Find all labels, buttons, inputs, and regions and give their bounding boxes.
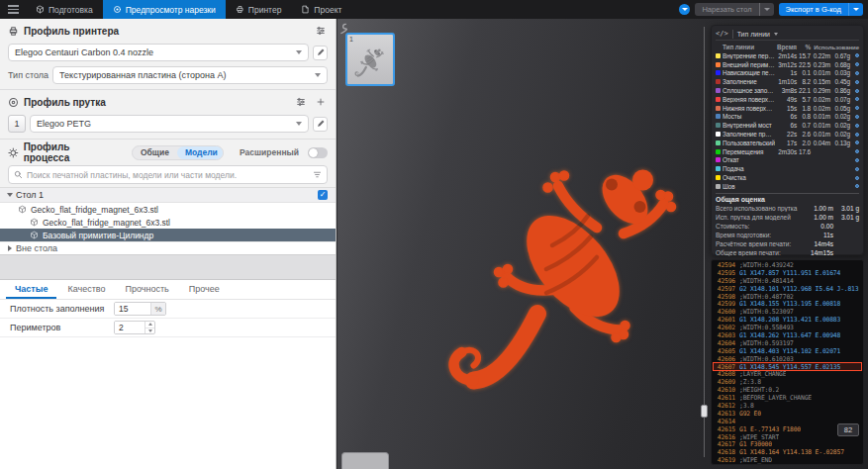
- advanced-toggle[interactable]: [308, 147, 328, 158]
- export-gcode-button[interactable]: Экспорт в G-код: [779, 3, 863, 16]
- gcode-line[interactable]: 42602 ;WIDTH:0.558493: [714, 324, 861, 331]
- visibility-toggle[interactable]: [850, 80, 859, 84]
- visibility-toggle[interactable]: [850, 106, 859, 110]
- line-type-weight: 0.13g: [830, 140, 850, 146]
- gcode-line-number: 42600: [714, 308, 735, 316]
- tree-item-label: Gecko_flat_fridge_magnet_6x3.stl: [43, 218, 170, 228]
- line-type-percent: 5.7: [797, 96, 811, 103]
- plate-checkbox[interactable]: ✓: [318, 190, 328, 200]
- pill-objects[interactable]: Модели: [177, 146, 224, 159]
- infill-density-input[interactable]: [115, 303, 150, 315]
- gcode-line[interactable]: 42595 G1 X147.857 Y111.951 E.01674: [714, 269, 861, 277]
- gcode-line[interactable]: 42596 ;WIDTH:0.481414: [714, 277, 861, 285]
- gcode-line-number: 42611: [714, 394, 735, 402]
- visibility-toggle[interactable]: [850, 176, 859, 180]
- gcode-line[interactable]: 42609 ;Z:3.8: [714, 378, 861, 386]
- printer-select[interactable]: Elegoo Centauri Carbon 0.4 nozzle: [8, 44, 309, 61]
- workflow-dropdown-button[interactable]: [679, 4, 690, 15]
- gcode-line[interactable]: 42618 G1 X148.164 Y114.138 E-.02857: [714, 448, 861, 456]
- gecko-model[interactable]: [422, 98, 719, 405]
- gcode-line[interactable]: 42607 G1 X148.545 Y114.557 E.02135: [714, 363, 861, 371]
- spinner-down-icon[interactable]: [145, 328, 154, 334]
- add-filament-button[interactable]: [313, 95, 328, 110]
- filament-color-swatch[interactable]: 1: [8, 115, 26, 133]
- plate-thumbnail[interactable]: 1: [345, 33, 395, 86]
- filter-icon[interactable]: [313, 170, 322, 179]
- layer-number-badge[interactable]: 82: [837, 423, 859, 436]
- visibility-toggle[interactable]: [850, 124, 859, 128]
- layer-slider[interactable]: [703, 27, 706, 457]
- visibility-toggle[interactable]: [850, 62, 859, 66]
- param-tab[interactable]: Качество: [58, 280, 114, 299]
- tree-row[interactable]: Базовый примитив-Цилиндр: [0, 229, 336, 241]
- layer-slider-handle[interactable]: [701, 405, 708, 418]
- gcode-line[interactable]: 42606 ;WIDTH:0.610203: [714, 355, 861, 363]
- visibility-toggle[interactable]: [850, 167, 859, 171]
- gcode-line[interactable]: 42612 ;3.8: [714, 402, 861, 410]
- tab-preview[interactable]: Предпросмотр нарезки: [103, 0, 226, 19]
- filament-select[interactable]: Elegoo PETG: [30, 115, 309, 133]
- gcode-line[interactable]: 42604 ;WIDTH:0.593197: [714, 339, 861, 347]
- gcode-line[interactable]: 42617 G1 F30000: [714, 440, 861, 448]
- edit-filament-button[interactable]: [313, 117, 328, 132]
- object-cube-icon: [30, 218, 39, 227]
- gcode-line[interactable]: 42605 G1 X148.403 Y114.102 E.02071: [714, 347, 861, 355]
- filament-settings-button[interactable]: [293, 95, 308, 110]
- visibility-toggle[interactable]: [850, 158, 859, 162]
- adjacent-plate[interactable]: [341, 452, 389, 469]
- gcode-line[interactable]: 42600 ;WIDTH:0.523097: [714, 308, 861, 316]
- tree-row[interactable]: Gecko_flat_fridge_magnet_6x3.stl: [0, 216, 336, 229]
- slice-plate-label: Нарезать стол: [695, 5, 758, 14]
- gcode-line[interactable]: 42611 ;BEFORE_LAYER_CHANGE: [714, 394, 861, 402]
- total-label: Общее время печати:: [716, 249, 806, 256]
- visibility-toggle[interactable]: [850, 97, 859, 101]
- tab-prepare[interactable]: Подготовка: [26, 0, 103, 19]
- visibility-toggle[interactable]: [850, 184, 859, 188]
- gcode-line[interactable]: 42610 ;HEIGHT:0.2: [714, 386, 861, 394]
- wall-loops-input[interactable]: [115, 322, 145, 333]
- gcode-line[interactable]: 42613 G92 E0: [714, 410, 861, 418]
- expand-caret-icon[interactable]: [7, 193, 13, 197]
- col-time: Время: [775, 44, 797, 50]
- slice-plate-button[interactable]: Нарезать стол: [695, 3, 773, 16]
- gcode-line[interactable]: 42601 G1 X148.208 Y113.421 E.00883: [714, 316, 861, 324]
- export-options-dropdown[interactable]: [848, 3, 863, 16]
- gcode-line[interactable]: 42599 G1 X148.155 Y113.195 E.00818: [714, 300, 861, 308]
- visibility-toggle[interactable]: [850, 53, 859, 57]
- gcode-line-number: 42615: [714, 425, 735, 433]
- visibility-toggle[interactable]: [850, 115, 859, 119]
- gcode-line[interactable]: 42598 ;WIDTH:0.487702: [714, 293, 861, 301]
- gcode-window-icon[interactable]: </>: [716, 30, 728, 38]
- tab-project[interactable]: Проект: [291, 0, 351, 19]
- gcode-line[interactable]: 42608 ;LAYER_CHANGE: [714, 370, 861, 378]
- slice-options-dropdown[interactable]: [759, 3, 774, 16]
- line-type-color-swatch: [716, 106, 721, 111]
- visibility-toggle[interactable]: [850, 149, 859, 153]
- bed-type-select[interactable]: Текстурированная пластина (сторона А): [52, 66, 328, 84]
- visibility-toggle[interactable]: [850, 133, 859, 137]
- visibility-toggle[interactable]: [850, 89, 859, 93]
- visibility-toggle[interactable]: [850, 71, 859, 75]
- gcode-line[interactable]: 42597 G2 X148.101 Y112.968 I5.64 J-.813 …: [714, 285, 861, 293]
- param-tab[interactable]: Прочность: [117, 280, 178, 299]
- gcode-line[interactable]: 42619 ;WIPE_END: [714, 456, 861, 464]
- legend-row: Подача: [716, 164, 859, 173]
- gcode-line[interactable]: 42603 G1 X148.262 Y113.647 E.00948: [714, 331, 861, 339]
- pill-global[interactable]: Общие: [133, 146, 177, 159]
- search-input[interactable]: [27, 170, 309, 180]
- line-type-label: Сплошное заполнение: [723, 87, 775, 94]
- hamburger-menu-icon[interactable]: [0, 0, 26, 19]
- edit-printer-button[interactable]: [313, 46, 328, 60]
- param-tab[interactable]: Частые: [6, 280, 56, 299]
- printer-settings-button[interactable]: [313, 24, 328, 39]
- off-bed-row[interactable]: Вне стола: [0, 241, 336, 254]
- tree-row[interactable]: Gecko_flat_fridge_magnet_6x3.stl: [0, 203, 336, 216]
- gcode-line[interactable]: 42594 ;WIDTH:0.439242: [714, 261, 861, 269]
- visibility-toggle[interactable]: [850, 141, 859, 144]
- line-type-label: Нависающие периметры: [723, 69, 775, 76]
- sliders-icon: [296, 97, 306, 107]
- tab-printer[interactable]: Принтер: [226, 0, 292, 19]
- param-tab[interactable]: Прочее: [180, 280, 229, 299]
- plate-row[interactable]: Стол 1 ✓: [0, 188, 336, 203]
- view-type-select[interactable]: Тип линии: [737, 31, 778, 38]
